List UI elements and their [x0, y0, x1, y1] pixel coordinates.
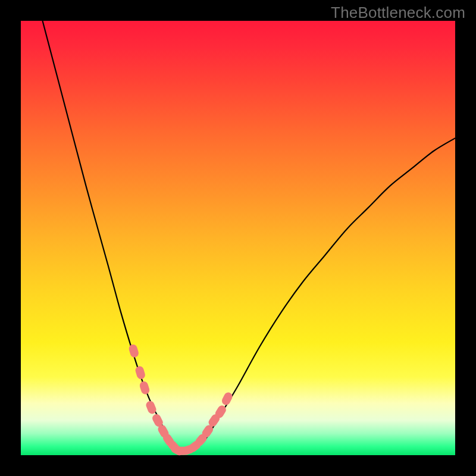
plot-area [21, 21, 455, 455]
marker-group [128, 343, 234, 456]
marker-capsule [139, 380, 151, 395]
marker-capsule [134, 365, 146, 380]
watermark-text: TheBottleneck.com [331, 4, 465, 22]
bottleneck-curve [43, 21, 456, 451]
chart-frame: TheBottleneck.com [0, 0, 476, 476]
marker-capsule [221, 391, 234, 406]
marker-capsule [128, 343, 140, 358]
curve-svg [21, 21, 455, 455]
